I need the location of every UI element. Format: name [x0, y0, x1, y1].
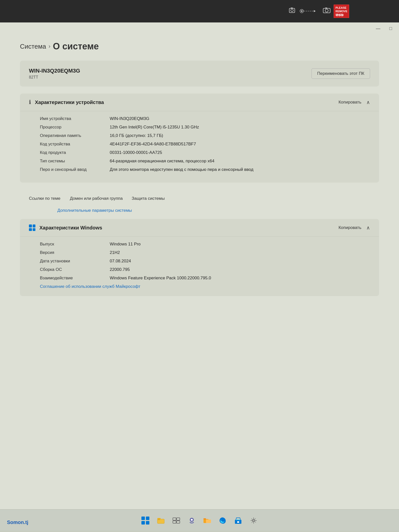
svg-marker-6 [314, 10, 316, 12]
device-row-value: 12th Gen Intel(R) Core(TM) i5-1235U 1.30… [110, 125, 370, 130]
minimize-button[interactable]: — [374, 25, 382, 32]
device-section: ℹ Характеристики устройства Копировать ∧… [20, 94, 379, 183]
device-row-value: Для этого монитора недоступен ввод с пом… [110, 167, 370, 172]
windows-info-row: Версия 21H2 [40, 250, 370, 255]
device-row-value: 16,0 ГБ (доступно: 15,7 ГБ) [110, 133, 370, 138]
window-area: — □ Система › О системе WIN-IN3Q20EQM3G … [0, 22, 399, 531]
domain-workgroup-link[interactable]: Домен или рабочая группа [66, 195, 126, 203]
svg-point-24 [238, 519, 239, 520]
windows-copy-button[interactable]: Копировать [338, 225, 361, 230]
edge-button[interactable] [216, 514, 229, 527]
breadcrumb-current: О системе [53, 41, 99, 52]
svg-point-23 [236, 519, 237, 520]
arrow-indicator [300, 9, 320, 14]
windows-start-icon [141, 517, 149, 525]
svg-rect-22 [237, 521, 239, 523]
windows-section-header: Характеристики Windows Копировать ∧ [20, 219, 379, 237]
device-section-title-area: ℹ Характеристики устройства [29, 99, 104, 106]
task-view-icon [172, 517, 180, 524]
svg-rect-11 [157, 518, 161, 520]
device-section-title: Характеристики устройства [35, 100, 104, 105]
settings-icon [250, 517, 257, 524]
maximize-button[interactable]: □ [387, 25, 394, 32]
device-info-row: Тип системы 64-разрядная операционная си… [40, 159, 370, 164]
start-button[interactable] [139, 514, 152, 527]
device-row-label: Код устройства [40, 142, 110, 147]
svg-point-25 [239, 519, 240, 520]
teams-chat-icon [188, 517, 196, 524]
windows-row-value: Windows Feature Experience Pack 1000.220… [110, 276, 370, 281]
links-section: Ссылки по теме Домен или рабочая группа … [20, 189, 379, 219]
device-info-row: Оперативная память 16,0 ГБ (доступно: 15… [40, 133, 370, 138]
info-icon: ℹ [29, 99, 31, 106]
device-info-row: Перо и сенсорный ввод Для этого монитора… [40, 167, 370, 172]
teams-chat-button[interactable] [185, 514, 198, 527]
device-row-label: Имя устройства [40, 116, 110, 121]
svg-point-17 [191, 519, 193, 521]
device-row-label: Код продукта [40, 150, 110, 155]
taskbar: Somon.tj [0, 509, 399, 531]
svg-rect-14 [173, 521, 176, 523]
device-section-body: Имя устройства WIN-IN3Q20EQM3G Процессор… [20, 111, 379, 183]
svg-rect-20 [206, 520, 211, 523]
rename-pc-button[interactable]: Переименовать этот ПК [311, 68, 370, 79]
task-view-button[interactable] [170, 514, 183, 527]
windows-collapse-button[interactable]: ∧ [366, 225, 370, 231]
device-info-row: Код продукта 00331-10000-00001-AA725 [40, 150, 370, 155]
window-chrome: — □ [0, 22, 399, 34]
links-label: Ссылки по теме [29, 196, 60, 201]
windows-row-value: 21H2 [110, 250, 370, 255]
device-row-value: WIN-IN3Q20EQM3G [110, 116, 370, 121]
device-row-value: 00331-10000-00001-AA725 [110, 150, 370, 155]
svg-rect-2 [291, 7, 293, 8]
device-collapse-button[interactable]: ∧ [366, 99, 370, 105]
links-row: Ссылки по теме Домен или рабочая группа … [29, 195, 370, 203]
device-copy-button[interactable]: Копировать [338, 100, 361, 105]
file-manager-button[interactable] [201, 514, 214, 527]
ms-license-link[interactable]: Соглашение об использовании служб Майкро… [40, 284, 140, 289]
settings-button[interactable] [247, 514, 260, 527]
windows-row-label: Сборка ОС [40, 267, 110, 272]
camera-area: PLEASE REMOVE 请移除 [289, 5, 349, 18]
file-explorer-button[interactable] [154, 514, 167, 527]
please-remove-badge: PLEASE REMOVE 请移除 [334, 5, 349, 18]
svg-rect-15 [177, 521, 180, 523]
breadcrumb-parent[interactable]: Система [20, 43, 46, 50]
breadcrumb-separator: › [49, 43, 50, 50]
laptop-bezel: PLEASE REMOVE 请移除 [0, 0, 399, 22]
windows-section-body: Выпуск Windows 11 Pro Версия 21H2 Дата у… [20, 237, 379, 296]
device-info-row: Процессор 12th Gen Intel(R) Core(TM) i5-… [40, 125, 370, 130]
edge-icon [219, 517, 227, 525]
windows-info-row: Сборка ОС 22000.795 [40, 267, 370, 272]
computer-model: 82TT [29, 75, 80, 80]
svg-point-27 [253, 520, 255, 522]
windows-row-label: Версия [40, 250, 110, 255]
camera-right-icon [323, 7, 331, 15]
windows-info-row: Взаимодействие Windows Feature Experienc… [40, 276, 370, 281]
computer-hostname: WIN-IN3Q20EQM3G [29, 68, 80, 74]
svg-rect-19 [203, 518, 206, 520]
windows-section-title: Характеристики Windows [39, 225, 102, 231]
device-section-header: ℹ Характеристики устройства Копировать ∧ [20, 94, 379, 111]
windows-row-value: 22000.795 [110, 267, 370, 272]
file-explorer-icon [157, 517, 165, 524]
device-info-row: Код устройства 4E441F2F-EF36-42D4-9A80-E… [40, 142, 370, 147]
windows-row-value: Windows 11 Pro [110, 242, 370, 247]
device-section-actions: Копировать ∧ [338, 99, 370, 105]
system-protection-link[interactable]: Защита системы [128, 195, 168, 203]
additional-params-link[interactable]: Дополнительные параметры системы [54, 207, 370, 219]
device-row-label: Тип системы [40, 159, 110, 164]
svg-point-8 [325, 9, 328, 12]
windows-section-actions: Копировать ∧ [338, 225, 370, 231]
page-content: Система › О системе WIN-IN3Q20EQM3G 82TT… [0, 34, 399, 312]
store-button[interactable] [232, 514, 245, 527]
windows-info-row: Дата установки 07.08.2024 [40, 259, 370, 264]
svg-point-1 [291, 9, 293, 11]
device-row-value: 64-разрядная операционная система, проце… [110, 159, 370, 164]
windows-row-label: Дата установки [40, 259, 110, 264]
device-row-label: Перо и сенсорный ввод [40, 167, 110, 172]
windows-info-row: Выпуск Windows 11 Pro [40, 242, 370, 247]
windows-row-label: Выпуск [40, 242, 110, 247]
breadcrumb: Система › О системе [20, 41, 379, 52]
windows-logo-icon [29, 224, 35, 231]
